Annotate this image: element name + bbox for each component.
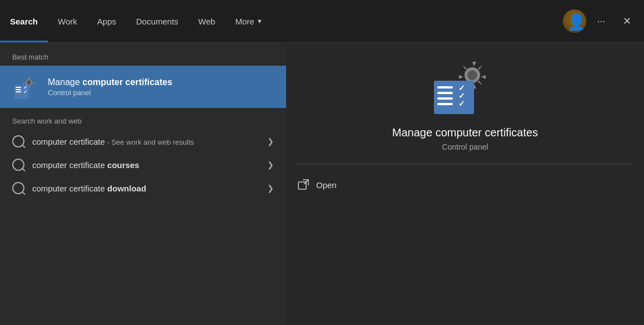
title-prefix: Manage	[48, 77, 82, 87]
tab-search-label: Search	[10, 17, 38, 26]
svg-point-9	[467, 70, 477, 80]
tab-web-label: Web	[198, 17, 216, 26]
right-actions: Open	[286, 174, 644, 195]
open-icon	[297, 179, 309, 191]
best-match-title: Manage computer certificates	[48, 77, 172, 87]
right-panel: ✓ ✓ ✓ Manage computer certificates Contr…	[286, 43, 644, 325]
suggestion-2[interactable]: computer certificate courses ❯	[0, 153, 286, 176]
header-actions: ··· ✕	[556, 0, 644, 42]
arrow-icon-2: ❯	[267, 160, 274, 169]
svg-rect-12	[437, 92, 453, 94]
svg-rect-11	[437, 86, 453, 88]
tab-search[interactable]: Search	[0, 0, 48, 42]
svg-rect-4	[16, 89, 21, 90]
web-section-label: Search work and web	[0, 108, 286, 130]
suggestion-text-3: computer certificate download	[32, 184, 259, 193]
tab-web[interactable]: Web	[188, 0, 226, 42]
tab-documents-label: Documents	[136, 17, 178, 26]
control-panel-icon: ✓ ✓	[12, 73, 39, 100]
suggestion-3[interactable]: computer certificate download ❯	[0, 176, 286, 200]
suggestion-1[interactable]: computer certificate - See work and web …	[0, 130, 286, 153]
svg-text:✓: ✓	[23, 85, 28, 90]
tab-documents[interactable]: Documents	[126, 0, 188, 42]
suggestion-suffix-1: - See work and web results	[105, 138, 194, 146]
svg-rect-14	[437, 103, 453, 105]
tab-more[interactable]: More ▼	[225, 0, 272, 42]
arrow-icon-3: ❯	[267, 184, 274, 193]
svg-rect-3	[16, 87, 21, 88]
right-title: Manage computer certificates	[392, 126, 538, 139]
right-app-icon: ✓ ✓ ✓	[432, 60, 498, 115]
suggestion-text-2: computer certificate courses	[32, 160, 259, 170]
tab-apps[interactable]: Apps	[87, 0, 126, 42]
right-content: ✓ ✓ ✓ Manage computer certificates Contr…	[286, 43, 644, 195]
tab-apps-label: Apps	[97, 17, 116, 26]
best-match-subtitle: Control panel	[48, 88, 172, 97]
search-icon-3	[12, 182, 24, 194]
more-options-button[interactable]: ···	[591, 11, 612, 32]
svg-point-1	[27, 80, 31, 85]
svg-rect-5	[16, 91, 21, 92]
right-divider	[297, 164, 633, 164]
suggestion-bold-3: download	[107, 184, 146, 193]
avatar[interactable]	[563, 9, 586, 33]
best-match-text: Manage computer certificates Control pan…	[48, 77, 172, 97]
tab-work-label: Work	[58, 17, 77, 26]
svg-text:✓: ✓	[458, 99, 465, 108]
left-panel: Best match	[0, 43, 286, 325]
suggestion-regular-3: computer certificate	[32, 184, 107, 193]
suggestion-regular-1: computer certificate	[32, 137, 105, 146]
arrow-icon-1: ❯	[267, 137, 274, 146]
chevron-down-icon: ▼	[257, 18, 263, 24]
best-match-label: Best match	[0, 43, 286, 66]
suggestion-bold-2: courses	[107, 160, 139, 170]
main-content: Best match	[0, 43, 644, 325]
tab-work[interactable]: Work	[48, 0, 87, 42]
suggestion-regular-2: computer certificate	[32, 160, 107, 170]
tab-more-label: More	[235, 17, 254, 26]
tabs-container: Search Work Apps Documents Web More ▼	[0, 0, 556, 42]
open-label: Open	[316, 180, 337, 190]
tab-bar: Search Work Apps Documents Web More ▼ ··…	[0, 0, 644, 43]
suggestion-text-1: computer certificate - See work and web …	[32, 137, 259, 146]
search-icon-2	[12, 159, 24, 171]
search-icon-1	[12, 135, 24, 147]
open-action[interactable]: Open	[297, 174, 633, 195]
svg-rect-13	[437, 97, 453, 100]
avatar-image	[563, 9, 586, 33]
title-bold: computer certificates	[82, 77, 172, 87]
right-subtitle: Control panel	[442, 142, 488, 151]
best-match-item[interactable]: ✓ ✓ Manage computer certificates Control…	[0, 66, 286, 108]
close-button[interactable]: ✕	[616, 11, 637, 32]
